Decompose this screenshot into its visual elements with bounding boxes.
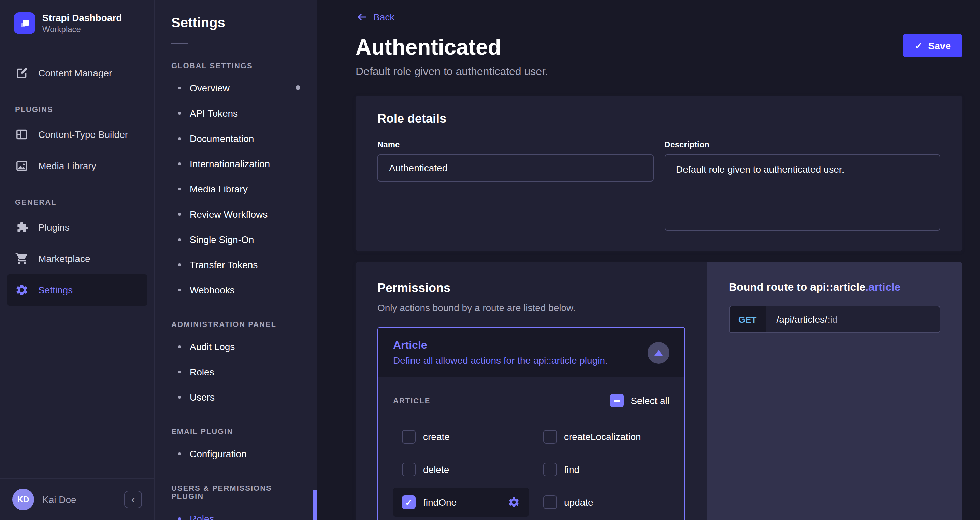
save-label: Save: [929, 40, 951, 51]
subnav-item-documentation[interactable]: Documentation: [155, 126, 317, 151]
checkbox-find[interactable]: [543, 463, 557, 476]
permissions-section: Permissions Only actions bound by a rout…: [356, 262, 962, 520]
subnav-item-webhooks[interactable]: Webhooks: [155, 277, 317, 302]
permissions-title: Permissions: [377, 281, 685, 296]
checkbox-findOne[interactable]: [402, 495, 415, 509]
subnav-section-global-settings: GLOBAL SETTINGS: [155, 44, 317, 75]
nav-section-general: GENERAL: [0, 181, 154, 211]
bound-route-title: Bound route to api::article.article: [729, 281, 940, 293]
sidebar-collapse-button[interactable]: ‹: [124, 491, 142, 509]
subnav-item-label: Overview: [190, 82, 230, 93]
nav-item-content-manager[interactable]: Content Manager: [0, 57, 154, 89]
description-field-group: Description Default role given to authen…: [664, 140, 940, 231]
check-icon: ✓: [915, 41, 922, 51]
subnav-item-label: Audit Logs: [190, 341, 235, 352]
name-label: Name: [377, 140, 654, 149]
user-footer: KD Kai Doe ‹: [0, 479, 154, 520]
subnav-item-internationalization[interactable]: Internationalization: [155, 151, 317, 176]
accordion-collapse-button[interactable]: [648, 342, 670, 363]
save-button[interactable]: ✓ Save: [903, 34, 962, 57]
subnav-section-email-plugin: EMAIL PLUGIN: [155, 409, 317, 441]
article-accordion: Article Define all allowed actions for t…: [377, 327, 685, 520]
subnav-item-transfer-tokens[interactable]: Transfer Tokens: [155, 252, 317, 277]
subnav-item-api-tokens[interactable]: API Tokens: [155, 100, 317, 126]
actions-grid: create createLocalization delete: [393, 422, 670, 517]
subnav-item-single-sign-on[interactable]: Single Sign-On: [155, 227, 317, 252]
bullet-dot: [178, 263, 181, 266]
nav-item-settings[interactable]: Settings: [7, 274, 147, 306]
checkbox-create[interactable]: [402, 430, 415, 444]
action-row-delete: delete: [393, 455, 528, 484]
subnav-item-review-workflows[interactable]: Review Workflows: [155, 201, 317, 227]
notification-dot: [296, 85, 300, 90]
select-all-row: ARTICLE Select all: [393, 394, 670, 407]
nav-item-label: Plugins: [38, 222, 70, 233]
bound-route-panel: Bound route to api::article.article GET …: [707, 262, 962, 520]
nav-item-content-type-builder[interactable]: Content-Type Builder: [0, 119, 154, 150]
subnav-section-users-permissions-plugin: USERS & PERMISSIONS PLUGIN: [155, 466, 317, 506]
user-name: Kai Doe: [42, 494, 116, 505]
article-accordion-header[interactable]: Article Define all allowed actions for t…: [378, 328, 684, 377]
subnav-item-media-library[interactable]: Media Library: [155, 176, 317, 201]
subnav-item-label: Documentation: [190, 133, 254, 144]
accordion-title: Article: [393, 339, 608, 351]
action-label: createLocalization: [564, 431, 641, 442]
main-content: Back Authenticated ✓ Save Default role g…: [317, 0, 980, 520]
checkbox-createLocalization[interactable]: [543, 430, 557, 444]
subnav-item-users[interactable]: Users: [155, 384, 317, 409]
page-subtitle: Default role given to authenticated user…: [356, 65, 962, 78]
chevron-left-icon: ‹: [131, 494, 135, 505]
subnav-item-up-roles[interactable]: Roles: [155, 506, 317, 520]
name-input[interactable]: [377, 154, 654, 181]
action-row-findOne: findOne: [393, 488, 528, 517]
main-nav: Content Manager PLUGINS Content-Type Bui…: [0, 46, 154, 479]
subnav-item-overview[interactable]: Overview: [155, 75, 317, 100]
bullet-dot: [178, 111, 181, 114]
route-param: :id: [827, 314, 838, 325]
nav-item-marketplace[interactable]: Marketplace: [0, 243, 154, 274]
permissions-subtitle: Only actions bound by a route are listed…: [377, 302, 685, 313]
subnav-scrollbar-thumb[interactable]: [313, 490, 317, 520]
nav-item-label: Media Library: [38, 161, 96, 171]
action-label: update: [564, 497, 593, 508]
strapi-logo-glyph: [19, 17, 30, 28]
pen-icon: [15, 66, 29, 80]
gear-icon: [15, 283, 29, 297]
nav-item-media-library[interactable]: Media Library: [0, 150, 154, 181]
nav-item-label: Settings: [38, 285, 73, 296]
gear-icon: [508, 496, 520, 509]
article-group-label: ARTICLE: [393, 396, 430, 405]
strapi-logo: [14, 12, 35, 34]
nav-section-plugins: PLUGINS: [0, 89, 154, 119]
image-icon: [15, 159, 29, 173]
back-link[interactable]: Back: [356, 11, 395, 23]
subnav-item-label: API Tokens: [190, 108, 238, 118]
subnav-item-label: Internationalization: [190, 158, 270, 169]
puzzle-icon: [15, 220, 29, 234]
subnav-item-label: Media Library: [190, 183, 248, 194]
back-label: Back: [373, 11, 395, 22]
accordion-description: Define all allowed actions for the api::…: [393, 355, 608, 366]
page-title: Authenticated: [356, 34, 501, 60]
subnav-item-admin-roles[interactable]: Roles: [155, 359, 317, 384]
route-method-badge: GET: [730, 306, 766, 332]
subnav-title: Settings: [155, 15, 317, 31]
description-textarea[interactable]: Default role given to authenticated user…: [664, 154, 940, 231]
route-path-text: /api/articles/: [776, 314, 827, 325]
workspace-titles: Strapi Dashboard Workplace: [42, 12, 122, 34]
checkbox-update[interactable]: [543, 495, 557, 509]
subnav-item-configuration[interactable]: Configuration: [155, 441, 317, 466]
description-label: Description: [664, 140, 940, 149]
nav-item-plugins[interactable]: Plugins: [0, 211, 154, 243]
main-sidebar: Strapi Dashboard Workplace Content Manag…: [0, 0, 155, 520]
nav-item-label: Content Manager: [38, 68, 112, 78]
subnav-item-label: Transfer Tokens: [190, 259, 258, 270]
avatar[interactable]: KD: [12, 488, 34, 510]
subnav-item-audit-logs[interactable]: Audit Logs: [155, 334, 317, 359]
checkbox-delete[interactable]: [402, 463, 415, 476]
bullet-dot: [178, 238, 181, 240]
bullet-dot: [178, 288, 181, 291]
select-all-checkbox[interactable]: [610, 394, 624, 407]
findOne-settings-button[interactable]: [508, 496, 520, 509]
subnav-item-label: Users: [190, 391, 215, 402]
